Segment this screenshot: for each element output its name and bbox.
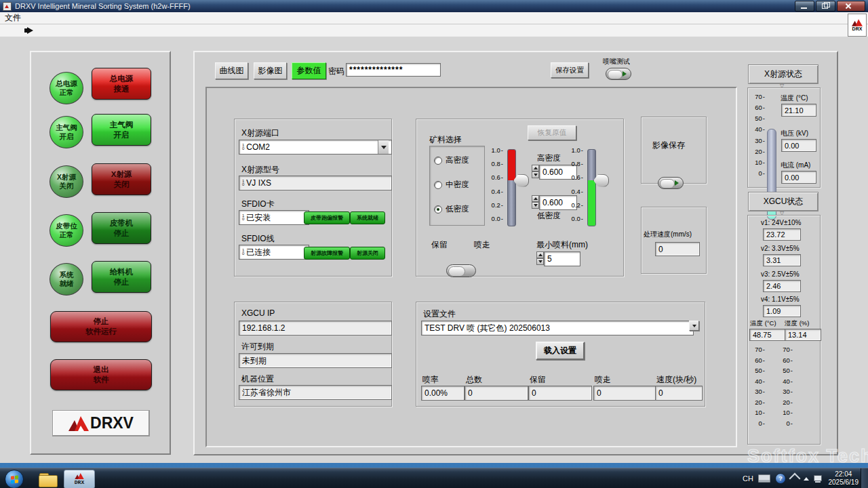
min-spray-spinner[interactable] (536, 251, 544, 265)
radio-icon (434, 181, 442, 189)
settings-file-label: 设置文件 (423, 308, 456, 320)
settings-file-combo[interactable]: TEST DRV 喷 (其它色) 202506013 (421, 321, 694, 336)
image-save-toggle[interactable] (658, 177, 684, 189)
blown-value: 0 (593, 386, 657, 401)
high-density-spinner[interactable] (532, 165, 539, 178)
xray-source-button[interactable]: X射源关闭 (92, 163, 151, 195)
spray-rate-label: 喷率 (422, 374, 439, 386)
source-port-combo[interactable]: 10 COM2 (239, 140, 392, 155)
low-density-slider[interactable] (587, 149, 609, 225)
xgcu-hum-label: 湿度 (%) (785, 319, 809, 328)
low-density-label: 低密度 (537, 211, 561, 221)
explorer-taskbar-button[interactable] (35, 470, 60, 487)
save-settings-button[interactable]: 保存设置 (551, 62, 589, 78)
source-model-field: 10 VJ IXS (239, 176, 392, 190)
sfdio-card-field[interactable]: 10 已安装 (239, 210, 309, 225)
load-settings-button[interactable]: 载入设置 (536, 342, 585, 360)
help-icon[interactable]: ? (775, 473, 786, 484)
high-density-slider[interactable] (507, 149, 529, 225)
clock[interactable]: 22:04 2025/6/19 (829, 468, 859, 488)
high-density-label: 高密度 (537, 153, 561, 163)
taskbar: DRX CH ? 22:04 2025/6/19 (0, 468, 868, 488)
min-spray-value[interactable]: 5 (544, 251, 580, 266)
left-slider-scale: 1.00.80.60.40.20.0 (487, 146, 503, 222)
source-closed-indicator[interactable]: 射源关闭 (350, 247, 385, 260)
min-spray-label: 最小喷料(mm) (536, 239, 588, 251)
xray-temp-value: 21.10 (781, 104, 816, 117)
tab-curve-graph[interactable]: 曲线图 (215, 62, 248, 79)
toggle-arrow-icon (623, 71, 627, 77)
xray-volt-label: 电压 (kV) (781, 129, 808, 138)
kept-value: 0 (528, 386, 592, 401)
close-button[interactable] (837, 1, 865, 12)
mineral-radio-box: 高密度 中密度 低密度 (429, 146, 485, 226)
main-valve-led: 主气阀开启 (50, 116, 83, 148)
v2-value: 3.31 (763, 254, 801, 266)
main-power-led: 总电源正常 (50, 72, 83, 104)
io-glyph: 10 (242, 180, 244, 186)
system-ready-indicator[interactable]: 系统就绪 (350, 211, 385, 224)
drxv-logo: DRXV (52, 410, 150, 436)
xgcu-hum-value: 13.14 (785, 329, 821, 341)
chevron-down-icon[interactable] (378, 140, 389, 154)
drx-corner-logo: DRX (848, 14, 867, 37)
settings-file-dropdown-button[interactable] (689, 321, 699, 331)
keyboard-icon[interactable] (758, 474, 770, 483)
io-glyph: 10 (242, 144, 244, 150)
feeder-button[interactable]: 给料机停止 (92, 261, 151, 293)
language-indicator[interactable]: CH (743, 474, 753, 483)
restore-button[interactable] (816, 1, 835, 12)
client-area: 总电源正常 总电源接通 主气阀开启 主气阀开启 X射源关闭 X射源关闭 皮带位正… (0, 37, 868, 463)
sfdio-line-field[interactable]: 10 已连接 (239, 245, 309, 260)
xray-curr-value: 0.00 (781, 171, 816, 184)
tray-device-icon[interactable] (789, 473, 801, 485)
main-power-button[interactable]: 总电源接通 (92, 68, 151, 100)
drx-taskbar-button[interactable]: DRX (64, 470, 95, 488)
speed-value: 0 (655, 242, 700, 256)
radio-high-density[interactable]: 高密度 (434, 155, 469, 165)
radio-low-density[interactable]: 低密度 (434, 204, 469, 214)
v3-value: 2.46 (763, 280, 801, 292)
exit-software-button[interactable]: 退出软件 (50, 359, 152, 390)
password-input[interactable]: ************** (346, 63, 441, 77)
blown-label: 喷走 (595, 374, 611, 386)
belt-machine-button[interactable]: 皮带机停止 (92, 212, 151, 244)
date: 2025/6/19 (829, 479, 859, 487)
main-valve-button[interactable]: 主气阀开启 (92, 114, 151, 146)
tab-image-graph[interactable]: 影像图 (254, 62, 287, 79)
password-label: 密码 (328, 66, 344, 77)
tab-parameters[interactable]: 参数值 (292, 62, 326, 79)
restore-default-button[interactable]: 恢复原值 (528, 125, 576, 140)
system-tray: CH ? (743, 468, 823, 488)
blow-label: 喷走 (474, 239, 490, 251)
belt-deviation-alarm-indicator[interactable]: 皮带跑偏报警 (304, 211, 350, 224)
run-arrow-icon[interactable] (27, 27, 33, 34)
show-hidden-icons[interactable] (804, 477, 809, 481)
v4-value: 1.09 (763, 305, 801, 317)
source-fault-alarm-indicator[interactable]: 射源故障报警 (304, 247, 350, 260)
io-glyph: 10 (242, 249, 244, 256)
start-button[interactable] (5, 470, 24, 488)
keep-label: 保留 (431, 239, 448, 251)
xray-temp-label: 温度 (°C) (781, 94, 808, 103)
minimize-button[interactable] (795, 1, 814, 12)
stop-software-button[interactable]: 停止软件运行 (50, 311, 152, 342)
network-icon[interactable] (814, 475, 823, 483)
show-desktop-button[interactable] (861, 468, 868, 488)
desktop: DRXV Intelligent Mineral Sorting System … (0, 0, 868, 488)
system-ready-led: 系统就绪 (50, 263, 83, 296)
nozzle-test-toggle[interactable] (606, 68, 631, 80)
radio-mid-density[interactable]: 中密度 (434, 180, 469, 190)
xray-volt-value: 0.00 (781, 139, 816, 152)
io-glyph: 10 (242, 214, 244, 221)
total-value: 0 (465, 386, 528, 401)
mineral-select-label: 矿料选择 (429, 134, 462, 146)
folder-icon (38, 471, 57, 486)
left-status-panel: 总电源正常 总电源接通 主气阀开启 主气阀开启 X射源关闭 X射源关闭 皮带位正… (30, 51, 171, 455)
mountain-icon (75, 473, 84, 479)
time: 22:04 (835, 470, 852, 479)
low-density-spinner[interactable] (532, 195, 539, 209)
keep-blow-toggle[interactable] (446, 264, 476, 277)
radio-selected-icon (434, 205, 442, 214)
menu-file[interactable]: 文件 (0, 12, 26, 24)
